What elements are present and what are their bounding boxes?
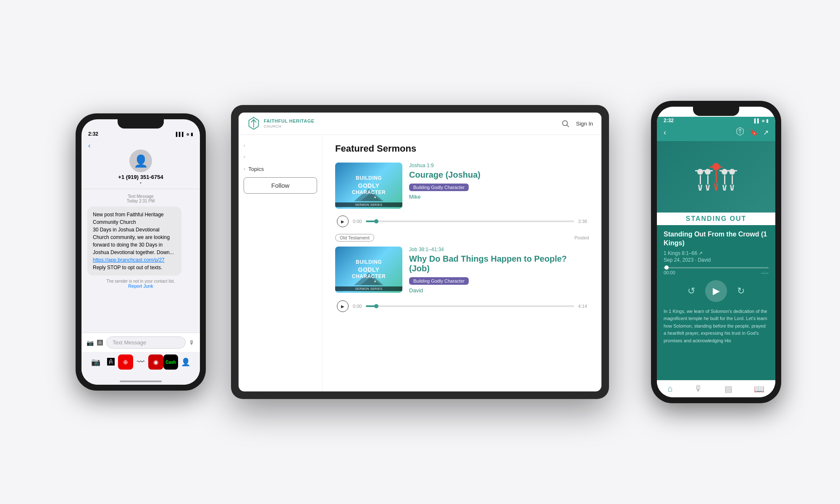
battery-icon-right: ▮ xyxy=(766,118,769,123)
nav-book[interactable]: 📖 xyxy=(754,384,764,394)
svg-point-1 xyxy=(562,121,567,126)
sermon-card-1: BUILDING GODLY CHARACTER xyxy=(335,163,589,209)
sermon-thumb-text-2: BUILDING GODLY CHARACTER xyxy=(352,259,386,280)
sermon-ref-2: Job 38:1–41:34 xyxy=(409,247,589,252)
phone-right-device: 2:32 ▌▌ ⌾ ▮ ‹ 🔖 xyxy=(651,101,781,403)
report-junk-button[interactable]: Report Junk xyxy=(87,284,194,289)
play-button-2[interactable]: ▶ xyxy=(337,300,349,312)
home-indicator-left xyxy=(120,381,162,382)
progress-dot-player xyxy=(664,265,669,270)
dock-appstore[interactable]: 🅰 xyxy=(103,354,118,370)
battery-icon: ▮ xyxy=(191,132,193,136)
not-in-contacts-label: The sender is not in your contact list. xyxy=(87,279,194,284)
status-bar-right: 2:32 ▌▌ ⌾ ▮ xyxy=(657,117,775,125)
sermon-speaker-1: Mike xyxy=(409,194,589,200)
sms-date: Text Message Today 2:31 PM xyxy=(87,194,194,203)
sermon-thumbnail-2[interactable]: BUILDING GODLY CHARACTER xyxy=(335,247,402,293)
dock-red1[interactable]: ⊕ xyxy=(118,354,133,370)
phone-notch-right xyxy=(693,107,739,116)
app-dock: 📷 🅰 ⊕ 〰 ◉ Cash 👤 xyxy=(81,352,200,371)
artwork-bottom: STANDING OUT xyxy=(657,213,775,225)
nav-mic[interactable]: 🎙 xyxy=(694,384,703,394)
nav-list[interactable]: ▤ xyxy=(724,384,732,394)
sermon-tag-2[interactable]: Building Godly Character xyxy=(409,277,469,285)
chevron-icon-3: › xyxy=(244,167,245,171)
back-button[interactable]: ‹ xyxy=(88,142,90,150)
nav-home[interactable]: ⌂ xyxy=(668,384,673,394)
mic-icon[interactable]: 🎙 xyxy=(189,339,195,346)
contact-sub: • xyxy=(140,180,142,185)
sms-stop-text: Reply STOP to opt out of texts. xyxy=(93,265,162,270)
player-date: Sep 24, 2023 · David xyxy=(664,257,769,263)
status-icons-right: ▌▌ ⌾ ▮ xyxy=(754,118,769,123)
sms-input[interactable]: Text Message xyxy=(106,336,186,349)
play-pause-button[interactable]: ▶ xyxy=(705,280,727,302)
forward-icon[interactable]: ↻ xyxy=(737,286,745,297)
tablet-main-content: Featured Sermons BUILDING GODLY CHARACTE… xyxy=(323,135,601,391)
play-button-1[interactable]: ▶ xyxy=(337,215,349,227)
logo-name: FAITHFUL HERITAGE xyxy=(264,118,315,124)
sms-bubble: New post from Faithful Heritage Communit… xyxy=(87,207,181,276)
player-artwork: STANDING OUT xyxy=(657,141,775,225)
stick-fig-1 xyxy=(697,169,703,191)
tablet-logo: FAITHFUL HERITAGE CHURCH xyxy=(247,117,315,130)
progress-bar-2[interactable] xyxy=(366,305,574,307)
sidebar: › › › Topics Follow xyxy=(239,135,323,391)
camera-icon[interactable]: 📷 xyxy=(87,339,94,346)
progress-dot-2 xyxy=(374,304,378,308)
tablet-device: FAITHFUL HERITAGE CHURCH Sign In › xyxy=(231,105,609,399)
sermon-ref-1: Joshua 1:9 xyxy=(409,163,589,168)
stick-fig-red xyxy=(712,163,720,191)
sms-header: ‹ 👤 +1 (919) 351-6754 • xyxy=(81,139,200,189)
dock-profile[interactable]: 👤 xyxy=(178,354,193,370)
dock-cash[interactable]: Cash xyxy=(163,354,178,370)
sidebar-item-2[interactable]: › xyxy=(244,153,317,161)
sms-body: Text Message Today 2:31 PM New post from… xyxy=(81,189,200,333)
sermon-series-label-1: SERMON SERIES xyxy=(335,202,402,207)
sermon-title-1[interactable]: Courage (Joshua) xyxy=(409,170,589,180)
sidebar-item-topics[interactable]: › Topics xyxy=(244,164,317,174)
sms-link[interactable]: https://app.branchcast.com/p/27 xyxy=(93,257,165,263)
time-total: --:-- xyxy=(761,270,769,275)
progress-fill-1 xyxy=(366,220,376,222)
rewind-icon[interactable]: ↺ xyxy=(688,286,695,297)
sermon-title-2[interactable]: Why Do Bad Things Happen to People? (Job… xyxy=(409,254,589,273)
progress-dot-1 xyxy=(374,219,378,223)
time-current: 00:00 xyxy=(664,270,675,275)
sermon-tag-1[interactable]: Building Godly Character xyxy=(409,184,469,191)
bookmark-icon[interactable]: 🔖 xyxy=(750,129,758,136)
sms-input-bar: 📷 🅰 Text Message 🎙 xyxy=(81,333,200,352)
player-header-icons: 🔖 ↗ xyxy=(735,127,769,138)
featured-sermons-title: Featured Sermons xyxy=(335,143,589,154)
time-row-player: 00:00 --:-- xyxy=(664,270,769,275)
sidebar-item-1[interactable]: › xyxy=(244,142,317,150)
follow-button[interactable]: Follow xyxy=(244,177,317,194)
sermon-thumbnail-1[interactable]: BUILDING GODLY CHARACTER xyxy=(335,163,402,209)
search-icon[interactable] xyxy=(561,119,570,128)
dock-music[interactable]: 〰 xyxy=(133,354,148,370)
phone-left-device: 2:32 ▌▌▌ ⌾ ▮ ‹ 👤 +1 (919) 351-6754 • Tex… xyxy=(76,113,206,391)
sermon-info-1: Joshua 1:9 Courage (Joshua) Building God… xyxy=(409,163,589,200)
progress-bar-player[interactable] xyxy=(664,267,769,268)
sermon-series-label-2: SERMON SERIES xyxy=(335,286,402,291)
dock-red2[interactable]: ◉ xyxy=(148,354,163,370)
apps-icon[interactable]: 🅰 xyxy=(97,339,103,346)
back-button-player[interactable]: ‹ xyxy=(664,128,666,137)
logo-icon xyxy=(247,117,260,130)
old-testament-tag[interactable]: Old Testament xyxy=(335,234,374,242)
stick-fig-4 xyxy=(729,169,735,191)
share-icon[interactable]: ↗ xyxy=(763,129,769,136)
audio-player-2: ▶ 0:00 4:14 xyxy=(335,300,589,312)
svg-line-2 xyxy=(567,125,569,127)
status-icons-left: ▌▌▌ ⌾ ▮ xyxy=(176,132,193,136)
sign-in-button[interactable]: Sign In xyxy=(576,121,593,127)
svg-point-0 xyxy=(253,119,255,121)
dock-photos[interactable]: 📷 xyxy=(88,354,103,370)
standing-out-title: STANDING OUT xyxy=(661,215,771,223)
phone-notch-left xyxy=(118,119,164,129)
logo-icon-player xyxy=(735,127,745,138)
player-ref[interactable]: 1 Kings 8:1–66 ↗ xyxy=(664,250,769,256)
svg-point-4 xyxy=(374,281,376,282)
status-time-left: 2:32 xyxy=(88,131,98,137)
progress-bar-1[interactable] xyxy=(366,220,574,222)
